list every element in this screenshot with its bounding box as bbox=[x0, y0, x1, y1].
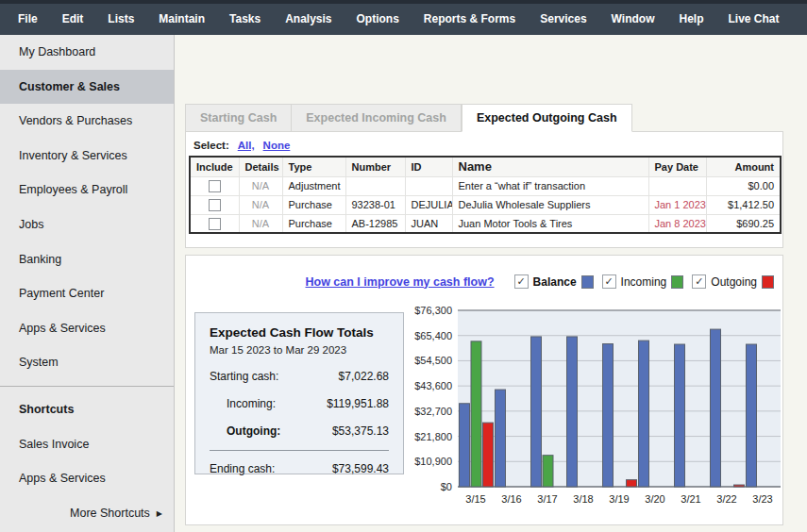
menu-item-lists[interactable]: Lists bbox=[95, 4, 146, 35]
cell-pay-date bbox=[648, 176, 706, 195]
incoming-legend-label: Incoming bbox=[621, 275, 667, 289]
menu-item-window[interactable]: Window bbox=[599, 4, 667, 35]
totals-row-outgoing: Outgoing:$53,375.13 bbox=[210, 424, 389, 438]
svg-text:3/17: 3/17 bbox=[537, 493, 557, 505]
include-checkbox[interactable] bbox=[209, 180, 221, 192]
svg-text:3/16: 3/16 bbox=[501, 493, 521, 505]
improve-cash-flow-link[interactable]: How can I improve my cash flow? bbox=[306, 275, 495, 289]
sidebar-item-sales-invoice[interactable]: Sales Invoice bbox=[0, 427, 174, 462]
starting-cash-value: $7,022.68 bbox=[339, 370, 389, 383]
outgoing-value: $53,375.13 bbox=[332, 424, 389, 438]
cell-type: Purchase bbox=[282, 214, 345, 233]
outgoing-checkbox[interactable]: ✓ bbox=[692, 274, 706, 289]
select-none-link[interactable]: None bbox=[263, 140, 291, 151]
chart-legend: How can I improve my cash flow? ✓Balance… bbox=[306, 274, 775, 289]
include-checkbox[interactable] bbox=[209, 199, 221, 211]
menu-item-file[interactable]: File bbox=[6, 4, 50, 35]
svg-text:$54,500: $54,500 bbox=[414, 355, 452, 366]
cell-name: DeJulia Wholesale Suppliers bbox=[452, 195, 648, 214]
column-header-number: Number bbox=[345, 157, 405, 176]
outgoing-swatch bbox=[762, 275, 774, 289]
svg-text:$65,400: $65,400 bbox=[414, 330, 452, 341]
select-links: All,None bbox=[238, 140, 291, 151]
incoming-label: Incoming: bbox=[210, 397, 276, 410]
sidebar-item-system[interactable]: System bbox=[0, 345, 174, 380]
totals-divider bbox=[210, 450, 389, 451]
cash-flow-chart: $0$10,900$21,800$32,700$43,600$54,500$65… bbox=[412, 299, 782, 524]
menu-item-tasks[interactable]: Tasks bbox=[217, 4, 273, 35]
tab-expected-incoming-cash[interactable]: Expected Incoming Cash bbox=[292, 104, 462, 132]
outgoing-label: Outgoing: bbox=[210, 424, 280, 438]
totals-title: Expected Cash Flow Totals bbox=[210, 325, 389, 340]
menu-item-live-chat[interactable]: Live Chat bbox=[716, 4, 792, 35]
column-header-details: Details bbox=[239, 157, 282, 176]
cell-name: Enter a “what if” transaction bbox=[452, 176, 648, 195]
svg-text:3/23: 3/23 bbox=[752, 493, 772, 505]
cell-name: Juan Motor Tools & Tires bbox=[452, 214, 648, 233]
column-header-amount: Amount bbox=[706, 157, 781, 176]
expected-cash-flow-totals-box: Expected Cash Flow Totals Mar 15 2023 to… bbox=[194, 312, 404, 474]
svg-text:3/18: 3/18 bbox=[573, 493, 593, 505]
cell-pay-date: Jan 8 2023 bbox=[648, 214, 706, 233]
sidebar-item-vendors-purchases[interactable]: Vendors & Purchases bbox=[0, 104, 174, 139]
select-label: Select: bbox=[193, 140, 229, 151]
menu-item-options[interactable]: Options bbox=[345, 4, 412, 35]
table-header-row: IncludeDetailsTypeNumberIDNamePay DateAm… bbox=[190, 157, 781, 176]
sidebar-item-payment-center[interactable]: Payment Center bbox=[0, 276, 174, 311]
outgoing-cash-panel: Select: All,None IncludeDetailsTypeNumbe… bbox=[185, 131, 783, 248]
balance-swatch bbox=[581, 275, 594, 289]
outgoing-legend-label: Outgoing bbox=[711, 275, 757, 289]
totals-date-range: Mar 15 2023 to Mar 29 2023 bbox=[210, 344, 389, 356]
svg-text:$43,600: $43,600 bbox=[414, 380, 452, 391]
select-all-link[interactable]: All, bbox=[238, 140, 255, 151]
cell-number bbox=[345, 176, 405, 195]
include-checkbox[interactable] bbox=[209, 218, 221, 230]
sidebar-item-customer-sales[interactable]: Customer & Sales bbox=[0, 70, 174, 105]
sidebar-item-apps-services[interactable]: Apps & Services bbox=[0, 311, 174, 346]
chevron-right-icon: ▶ bbox=[157, 509, 162, 518]
ending-cash-value: $73,599.43 bbox=[332, 462, 389, 475]
table-row: N/APurchaseAB-12985JUANJuan Motor Tools … bbox=[190, 214, 781, 233]
table-row: N/APurchase93238-01DEJULIADeJulia Wholes… bbox=[190, 195, 781, 214]
cell-amount: $0.00 bbox=[706, 176, 781, 195]
include-cell bbox=[190, 214, 239, 233]
tab-expected-outgoing-cash[interactable]: Expected Outgoing Cash bbox=[462, 104, 632, 132]
menu-bar: FileEditListsMaintainTasksAnalysisOption… bbox=[0, 0, 807, 35]
menu-item-maintain[interactable]: Maintain bbox=[146, 4, 217, 35]
starting-cash-label: Starting cash: bbox=[210, 370, 278, 383]
table-row: N/AAdjustmentEnter a “what if” transacti… bbox=[190, 176, 781, 195]
cell-number: AB-12985 bbox=[345, 214, 405, 233]
sidebar-item-employees-payroll[interactable]: Employees & Payroll bbox=[0, 173, 174, 208]
sidebar-item-apps-services[interactable]: Apps & Services bbox=[0, 461, 174, 496]
select-row: Select: All,None bbox=[186, 132, 782, 156]
svg-text:3/22: 3/22 bbox=[716, 493, 736, 505]
include-cell bbox=[190, 195, 239, 214]
sidebar-item-banking[interactable]: Banking bbox=[0, 242, 174, 277]
cash-flow-panel: How can I improve my cash flow? ✓Balance… bbox=[185, 255, 783, 525]
svg-text:3/21: 3/21 bbox=[681, 493, 700, 505]
cell-pay-date: Jan 1 2023 bbox=[648, 195, 706, 214]
more-shortcuts-label: More Shortcuts bbox=[70, 507, 150, 520]
balance-legend-label: Balance bbox=[533, 275, 577, 289]
sidebar-item-inventory-services[interactable]: Inventory & Services bbox=[0, 139, 174, 174]
cell-details: N/A bbox=[239, 176, 282, 195]
menu-item-analysis[interactable]: Analysis bbox=[273, 4, 344, 35]
svg-text:$21,800: $21,800 bbox=[414, 431, 452, 442]
incoming-checkbox[interactable]: ✓ bbox=[602, 274, 616, 289]
sidebar-item-my-dashboard[interactable]: My Dashboard bbox=[0, 35, 174, 70]
cell-type: Purchase bbox=[282, 195, 345, 214]
menu-item-services[interactable]: Services bbox=[528, 4, 598, 35]
tab-starting-cash[interactable]: Starting Cash bbox=[185, 104, 292, 132]
menu-item-edit[interactable]: Edit bbox=[50, 4, 96, 35]
legend-items: ✓Balance✓Incoming✓Outgoing bbox=[514, 274, 774, 289]
cell-id: DEJULIA bbox=[405, 195, 452, 214]
sidebar-more-shortcuts[interactable]: More Shortcuts▶ bbox=[0, 496, 174, 531]
menu-item-help[interactable]: Help bbox=[667, 4, 716, 35]
menu-item-reports-forms[interactable]: Reports & Forms bbox=[412, 4, 528, 35]
totals-row-starting-cash: Starting cash:$7,022.68 bbox=[210, 370, 389, 383]
ending-cash-row: Ending cash: $73,599.43 bbox=[210, 462, 389, 475]
svg-text:3/19: 3/19 bbox=[609, 493, 629, 505]
balance-checkbox[interactable]: ✓ bbox=[514, 274, 529, 289]
sidebar-item-jobs[interactable]: Jobs bbox=[0, 208, 174, 242]
svg-text:$76,300: $76,300 bbox=[414, 305, 452, 316]
